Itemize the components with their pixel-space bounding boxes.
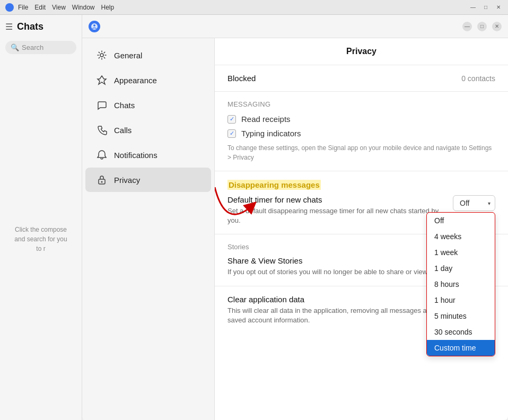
search-placeholder: Search — [22, 43, 43, 51]
nav-appearance-label: Appearance — [114, 76, 157, 85]
notifications-icon — [96, 149, 108, 161]
dialog-window-controls: — □ ✕ — [462, 22, 502, 31]
settings-dialog: — □ ✕ General — [82, 15, 508, 420]
dropdown-item-30seconds[interactable]: 30 seconds — [427, 324, 495, 340]
menu-window[interactable]: Window — [72, 4, 95, 11]
nav-item-calls[interactable]: Calls — [85, 118, 211, 142]
privacy-icon — [96, 174, 108, 186]
dropdown-item-custom-time[interactable]: Custom time — [427, 340, 495, 356]
sidebar-search[interactable]: 🔍 Search — [5, 41, 76, 54]
settings-nav: General Appearance — [82, 38, 215, 420]
dropdown-current-value: Off — [460, 199, 469, 207]
nav-chats-label: Chats — [114, 101, 135, 110]
disappearing-section-label: Disappearing messages — [227, 180, 321, 190]
window-controls: — □ ✕ — [469, 3, 503, 12]
search-icon: 🔍 — [11, 43, 19, 51]
minimize-button[interactable]: — — [469, 3, 477, 12]
dropdown-item-4weeks[interactable]: 4 weeks — [427, 229, 495, 244]
svg-marker-3 — [98, 76, 106, 84]
dropdown-item-1week[interactable]: 1 week — [427, 244, 495, 260]
sidebar-title: Chats — [17, 21, 43, 32]
read-receipts-checkbox[interactable] — [227, 115, 236, 124]
dropdown-arrow-icon: ▾ — [488, 200, 491, 206]
dropdown-item-1day[interactable]: 1 day — [427, 260, 495, 276]
dropdown-item-off[interactable]: Off — [427, 213, 495, 229]
dialog-titlebar: — □ ✕ — [82, 15, 508, 38]
typing-indicators-label: Typing indicators — [241, 129, 301, 138]
general-icon — [96, 49, 108, 61]
svg-point-2 — [100, 54, 103, 57]
typing-indicators-checkbox[interactable] — [227, 129, 236, 138]
svg-point-5 — [101, 181, 103, 183]
blocked-section: Blocked 0 contacts — [215, 65, 508, 92]
app-icon — [5, 3, 14, 12]
read-receipts-label: Read receipts — [241, 115, 291, 124]
messaging-section: Messaging Read receipts Typing indicator… — [215, 92, 508, 171]
dropdown-item-8hours[interactable]: 8 hours — [427, 276, 495, 292]
clear-title: Clear application data — [227, 295, 436, 304]
nav-privacy-label: Privacy — [114, 176, 140, 185]
nav-notifications-label: Notifications — [114, 151, 157, 160]
nav-item-general[interactable]: General — [85, 43, 211, 67]
disappearing-section: Disappearing messages Default timer for … — [215, 171, 508, 234]
nav-calls-label: Calls — [114, 126, 132, 135]
dialog-maximize-button[interactable]: □ — [477, 22, 487, 31]
sidebar: ☰ Chats 🔍 Search Click the composeand se… — [0, 15, 82, 420]
sidebar-header: ☰ Chats — [0, 15, 82, 39]
dialog-close-button[interactable]: ✕ — [492, 22, 502, 31]
menu-edit[interactable]: Edit — [34, 4, 46, 11]
disappearing-title: Default timer for new chats — [227, 195, 446, 204]
blocked-label: Blocked — [227, 74, 256, 83]
title-bar: File Edit View Window Help — □ ✕ — [0, 0, 508, 15]
nav-item-privacy[interactable]: Privacy — [85, 168, 211, 192]
typing-indicators-row[interactable]: Typing indicators — [227, 129, 495, 138]
menu-bar: File Edit View Window Help — [18, 4, 114, 11]
dialog-logo-icon — [89, 21, 100, 32]
messaging-header: Messaging — [227, 100, 495, 108]
settings-page-title: Privacy — [215, 38, 508, 65]
nav-item-notifications[interactable]: Notifications — [85, 143, 211, 167]
sidebar-placeholder-text: Click the composeand search for youto r — [14, 225, 67, 253]
dropdown-item-1hour[interactable]: 1 hour — [427, 292, 495, 308]
app-main: ☰ Chats 🔍 Search Click the composeand se… — [0, 15, 508, 420]
chats-icon — [96, 99, 108, 111]
svg-point-1 — [93, 24, 95, 27]
nav-item-chats[interactable]: Chats — [85, 93, 211, 117]
hamburger-icon[interactable]: ☰ — [5, 22, 13, 32]
disappearing-row: Default timer for new chats Set a defaul… — [227, 195, 495, 225]
disappearing-dropdown-menu: Off 4 weeks 1 week 1 day 8 hours 1 hour … — [426, 212, 495, 356]
nav-item-appearance[interactable]: Appearance — [85, 68, 211, 92]
disappearing-dropdown-wrapper: Off ▾ Off 4 weeks 1 week 1 day 8 hours 1… — [453, 195, 495, 211]
dropdown-item-5minutes[interactable]: 5 minutes — [427, 308, 495, 324]
dialog-body: General Appearance — [82, 38, 508, 420]
messaging-note: To change these settings, open the Signa… — [227, 143, 495, 162]
settings-content: Privacy Blocked 0 contacts Messaging Rea… — [215, 38, 508, 420]
blocked-row: Blocked 0 contacts — [227, 74, 495, 83]
disappearing-info: Default timer for new chats Set a defaul… — [227, 195, 446, 225]
clear-info: Clear application data This will clear a… — [227, 295, 436, 325]
menu-help[interactable]: Help — [101, 4, 115, 11]
dialog-minimize-button[interactable]: — — [462, 22, 472, 31]
menu-file[interactable]: File — [18, 4, 28, 11]
disappearing-description: Set a default disappearing message timer… — [227, 206, 446, 225]
menu-view[interactable]: View — [52, 4, 66, 11]
close-button[interactable]: ✕ — [494, 3, 503, 12]
calls-icon — [96, 124, 108, 136]
sidebar-content: Click the composeand search for youto r — [0, 58, 82, 420]
appearance-icon — [96, 74, 108, 86]
disappearing-dropdown-button[interactable]: Off ▾ — [453, 195, 495, 211]
nav-general-label: General — [114, 51, 142, 60]
maximize-button[interactable]: □ — [481, 3, 490, 12]
read-receipts-row[interactable]: Read receipts — [227, 115, 495, 124]
clear-description: This will clear all data in the applicat… — [227, 306, 436, 325]
blocked-value: 0 contacts — [461, 74, 495, 83]
